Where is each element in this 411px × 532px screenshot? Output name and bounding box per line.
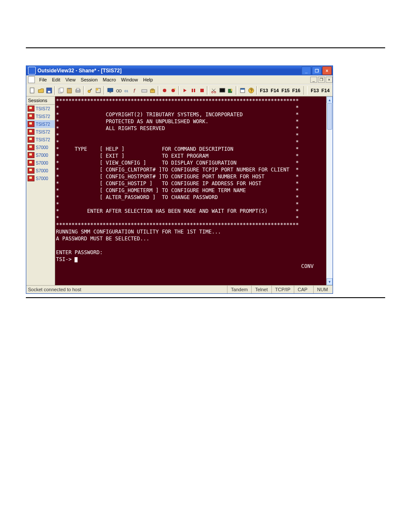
status-emulation: Tandem (227, 286, 251, 293)
window-icon[interactable] (239, 86, 246, 95)
session-label: S7000 (36, 145, 48, 150)
terminal-output: ****************************************… (56, 97, 327, 256)
scroll-track[interactable] (327, 103, 333, 279)
keyboard-icon[interactable] (140, 86, 148, 95)
session-item[interactable]: TSIS72 (26, 136, 55, 143)
session-icon (28, 144, 34, 150)
scroll-up-icon[interactable]: ▲ (327, 96, 333, 103)
svg-rect-2 (48, 91, 50, 93)
binary-icon[interactable]: 01 (123, 86, 131, 95)
session-label: S7000 (36, 161, 48, 165)
session-item[interactable]: TSIS72 (26, 112, 55, 120)
window-minimize-button[interactable]: _ (302, 66, 311, 75)
session-item[interactable]: S7000 (26, 159, 55, 167)
session-label: TSIS72 (36, 137, 50, 142)
mdi-restore-button[interactable]: ❐ (318, 77, 325, 83)
menu-bar: FileEditViewSessionMacroWindowHelp _ ❐ × (26, 75, 333, 84)
session-item[interactable]: S7000 (26, 167, 55, 174)
status-message: Socket connected to host (26, 287, 227, 292)
sessions-header: Sessions (26, 96, 55, 105)
session-icon (28, 106, 34, 112)
svg-text:01: 01 (125, 89, 128, 93)
vertical-scrollbar[interactable]: ▲ ▼ (326, 96, 333, 285)
mdi-minimize-button[interactable]: _ (310, 77, 317, 83)
fkey-labels: F13 F14 F15 F16 F13 F14 (258, 86, 331, 95)
fkey-f16[interactable]: F16 (291, 88, 302, 93)
window-close-button[interactable]: × (322, 66, 332, 75)
session-item[interactable]: TSIS72 (26, 120, 55, 128)
mdi-close-button[interactable]: × (326, 77, 333, 83)
svg-rect-0 (30, 88, 34, 93)
menu-session[interactable]: Session (78, 76, 100, 83)
sessions-sidebar: Sessions TSIS72TSIS72TSIS72TSIS72TSIS72S… (26, 96, 55, 285)
stop-icon[interactable] (198, 86, 206, 95)
session-item[interactable]: S7000 (26, 174, 55, 182)
menu-help[interactable]: Help (140, 76, 156, 83)
fkey-f13b[interactable]: F13 (309, 88, 320, 93)
document-icon (28, 76, 35, 83)
pause-icon[interactable] (190, 86, 197, 95)
cursor-icon (75, 257, 78, 262)
svg-text:?: ? (250, 88, 252, 93)
window-maximize-button[interactable]: ❐ (312, 66, 321, 75)
svg-point-14 (116, 90, 119, 92)
session-item[interactable]: TSIS72 (26, 128, 55, 136)
menu-edit[interactable]: Edit (50, 76, 63, 83)
print-icon[interactable] (74, 86, 82, 95)
session-item[interactable]: S7000 (26, 151, 55, 159)
cut-icon[interactable] (210, 86, 218, 95)
svg-rect-6 (68, 88, 71, 89)
menu-macro[interactable]: Macro (100, 76, 119, 83)
menu-view[interactable]: View (63, 76, 78, 83)
menu-window[interactable]: Window (118, 76, 140, 83)
paste-icon[interactable] (66, 86, 74, 95)
session-item[interactable]: TSIS72 (26, 105, 55, 112)
connect-icon[interactable] (86, 86, 94, 95)
scroll-down-icon[interactable]: ▼ (327, 278, 333, 285)
svg-point-21 (163, 89, 166, 92)
toolbox-icon[interactable] (149, 86, 157, 95)
record2-icon[interactable] (169, 86, 177, 95)
copy-icon[interactable] (57, 86, 65, 95)
settings-icon[interactable] (95, 86, 103, 95)
terminal-icon[interactable] (218, 86, 226, 95)
svg-point-15 (119, 90, 121, 92)
session-icon (28, 175, 34, 181)
svg-rect-30 (220, 88, 225, 92)
session-label: TSIS72 (36, 114, 50, 119)
terminal-prompt-line[interactable]: TSI-> (56, 256, 327, 263)
session-label: TSIS72 (36, 106, 50, 111)
fkey-f14[interactable]: F14 (269, 88, 280, 93)
glasses-icon[interactable] (115, 86, 123, 95)
terminal-mode: CONV (56, 263, 327, 270)
play-icon[interactable] (181, 86, 189, 95)
session-icon (28, 121, 34, 127)
svg-marker-24 (184, 89, 187, 92)
export-icon[interactable] (227, 86, 235, 95)
fkey-f15[interactable]: F15 (280, 88, 291, 93)
fkey-f14b[interactable]: F14 (320, 88, 331, 93)
menu-file[interactable]: File (37, 76, 50, 83)
svg-rect-4 (60, 88, 63, 92)
fkey-f13[interactable]: F13 (258, 88, 269, 93)
status-num: NUM (313, 286, 333, 293)
svg-rect-26 (194, 89, 195, 92)
session-item[interactable]: S7000 (26, 143, 55, 151)
svg-rect-18 (142, 90, 147, 92)
function-icon[interactable]: f (132, 86, 140, 95)
svg-rect-23 (174, 88, 175, 90)
record-icon[interactable] (161, 86, 168, 95)
open-icon[interactable] (37, 86, 45, 95)
screen-icon[interactable] (106, 86, 114, 95)
session-icon (28, 168, 34, 174)
save-icon[interactable] (45, 86, 53, 95)
session-label: S7000 (36, 168, 48, 173)
new-icon[interactable] (28, 86, 36, 95)
help-icon[interactable]: ? (247, 86, 255, 95)
page-top-rule (26, 47, 385, 48)
terminal-area[interactable]: ****************************************… (55, 96, 333, 285)
toolbar: 01 f ? F13 F14 F15 F16 (26, 84, 333, 96)
session-icon (28, 137, 34, 143)
scroll-thumb[interactable] (327, 103, 332, 130)
svg-rect-27 (200, 89, 204, 92)
